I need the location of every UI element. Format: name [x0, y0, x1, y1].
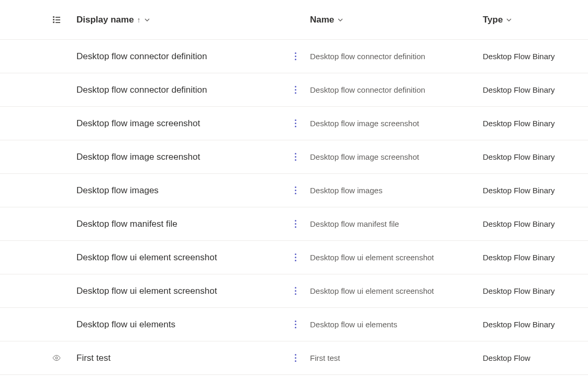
- row-type-cell: Desktop Flow Binary: [483, 152, 588, 161]
- row-display-name-cell: Desktop flow connector definition: [76, 85, 281, 95]
- dot-icon: [295, 92, 296, 94]
- row-action-cell: [281, 184, 310, 196]
- row-type-text: Desktop Flow Binary: [483, 219, 555, 228]
- table-row[interactable]: Desktop flow image screenshot Desktop fl…: [0, 107, 588, 140]
- table-row[interactable]: Desktop flow ui element screenshot Deskt…: [0, 241, 588, 274]
- table-row[interactable]: Desktop flow ui elements Desktop flow ui…: [0, 308, 588, 341]
- eye-icon: [52, 353, 61, 363]
- table-row[interactable]: Desktop flow image screenshot Desktop fl…: [0, 140, 588, 174]
- dot-icon: [295, 126, 296, 127]
- row-display-name-link[interactable]: Desktop flow connector definition: [76, 51, 207, 62]
- table-row[interactable]: First test First test Desktop Flow: [0, 341, 588, 375]
- more-actions-button[interactable]: [293, 218, 298, 230]
- row-display-name-link[interactable]: Desktop flow images: [76, 185, 159, 196]
- column-header-type[interactable]: Type: [483, 15, 588, 25]
- row-name-cell: Desktop flow image screenshot: [310, 152, 483, 161]
- svg-point-0: [56, 357, 58, 359]
- dot-icon: [295, 186, 296, 188]
- row-name-cell: Desktop flow connector definition: [310, 52, 483, 61]
- table-row[interactable]: Desktop flow images Desktop flow images …: [0, 174, 588, 207]
- dot-icon: [295, 156, 296, 158]
- row-display-name-cell: Desktop flow ui element screenshot: [76, 286, 281, 296]
- row-type-cell: Desktop Flow Binary: [483, 286, 588, 295]
- more-actions-button[interactable]: [293, 151, 298, 163]
- type-header-label: Type: [483, 15, 503, 25]
- row-action-cell: [281, 151, 310, 163]
- name-header-label: Name: [310, 15, 334, 25]
- dot-icon: [295, 320, 296, 322]
- row-display-name-link[interactable]: Desktop flow ui element screenshot: [76, 286, 217, 296]
- row-type-cell: Desktop Flow Binary: [483, 85, 588, 94]
- more-actions-button[interactable]: [293, 251, 298, 263]
- more-actions-button[interactable]: [293, 352, 298, 364]
- sort-ascending-icon: ↑: [137, 16, 141, 24]
- table-row[interactable]: Desktop flow manifest file Desktop flow …: [0, 207, 588, 241]
- row-action-cell: [281, 318, 310, 330]
- dot-icon: [295, 123, 296, 124]
- row-type-cell: Desktop Flow Binary: [483, 186, 588, 195]
- row-type-text: Desktop Flow Binary: [483, 186, 555, 195]
- row-display-name-link[interactable]: Desktop flow image screenshot: [76, 118, 200, 129]
- header-view-column[interactable]: [37, 16, 76, 23]
- dot-icon: [295, 290, 296, 292]
- dot-icon: [295, 324, 296, 325]
- dot-icon: [295, 253, 296, 255]
- table-row[interactable]: Desktop flow connector definition Deskto…: [0, 73, 588, 107]
- row-type-text: Desktop Flow Binary: [483, 52, 555, 61]
- row-name-text: Desktop flow image screenshot: [310, 119, 419, 128]
- row-name-cell: Desktop flow ui element screenshot: [310, 253, 483, 262]
- dot-icon: [295, 220, 296, 222]
- row-display-name-link[interactable]: First test: [76, 353, 110, 363]
- dot-icon: [295, 287, 296, 289]
- row-name-text: Desktop flow ui element screenshot: [310, 286, 434, 295]
- row-action-cell: [281, 84, 310, 96]
- row-display-name-cell: Desktop flow ui elements: [76, 319, 281, 330]
- display-name-header-label: Display name: [76, 15, 134, 25]
- more-actions-button[interactable]: [293, 117, 298, 129]
- dot-icon: [295, 86, 296, 87]
- more-actions-button[interactable]: [293, 318, 298, 330]
- dot-icon: [295, 59, 296, 60]
- row-action-cell: [281, 251, 310, 263]
- row-type-text: Desktop Flow Binary: [483, 286, 555, 295]
- row-display-name-link[interactable]: Desktop flow manifest file: [76, 219, 177, 229]
- more-actions-button[interactable]: [293, 285, 298, 297]
- column-header-name[interactable]: Name: [310, 15, 483, 25]
- row-name-text: First test: [310, 353, 340, 362]
- row-display-name-cell: Desktop flow image screenshot: [76, 152, 281, 162]
- row-type-cell: Desktop Flow Binary: [483, 119, 588, 128]
- row-display-name-link[interactable]: Desktop flow image screenshot: [76, 152, 200, 162]
- row-display-name-link[interactable]: Desktop flow connector definition: [76, 85, 207, 95]
- dot-icon: [295, 89, 296, 91]
- row-type-text: Desktop Flow Binary: [483, 152, 555, 161]
- row-type-text: Desktop Flow Binary: [483, 85, 555, 94]
- row-name-text: Desktop flow connector definition: [310, 52, 425, 61]
- row-type-cell: Desktop Flow Binary: [483, 253, 588, 262]
- row-type-text: Desktop Flow Binary: [483, 119, 555, 128]
- table-row[interactable]: Desktop flow ui element screenshot Deskt…: [0, 274, 588, 308]
- row-name-cell: Desktop flow ui elements: [310, 320, 483, 329]
- dot-icon: [295, 226, 296, 228]
- chevron-down-icon: [337, 17, 343, 23]
- row-action-cell: [281, 50, 310, 62]
- dot-icon: [295, 293, 296, 295]
- row-name-cell: Desktop flow images: [310, 186, 483, 195]
- row-display-name-cell: Desktop flow images: [76, 185, 281, 196]
- row-display-name-link[interactable]: Desktop flow ui elements: [76, 319, 175, 330]
- dot-icon: [295, 119, 296, 121]
- row-display-name-cell: Desktop flow manifest file: [76, 219, 281, 229]
- dot-icon: [295, 153, 296, 154]
- more-actions-button[interactable]: [293, 50, 298, 62]
- column-header-display-name[interactable]: Display name ↑: [76, 15, 281, 25]
- row-name-cell: Desktop flow image screenshot: [310, 119, 483, 128]
- row-name-text: Desktop flow ui element screenshot: [310, 253, 434, 262]
- row-type-cell: Desktop Flow: [483, 353, 588, 362]
- row-display-name-cell: First test: [76, 353, 281, 363]
- more-actions-button[interactable]: [293, 184, 298, 196]
- table-header-row: Display name ↑ Name Type: [0, 0, 588, 40]
- list-view-icon: [53, 16, 60, 23]
- row-display-name-link[interactable]: Desktop flow ui element screenshot: [76, 252, 217, 263]
- dot-icon: [295, 357, 296, 359]
- table-row[interactable]: Desktop flow connector definition Deskto…: [0, 40, 588, 73]
- more-actions-button[interactable]: [293, 84, 298, 96]
